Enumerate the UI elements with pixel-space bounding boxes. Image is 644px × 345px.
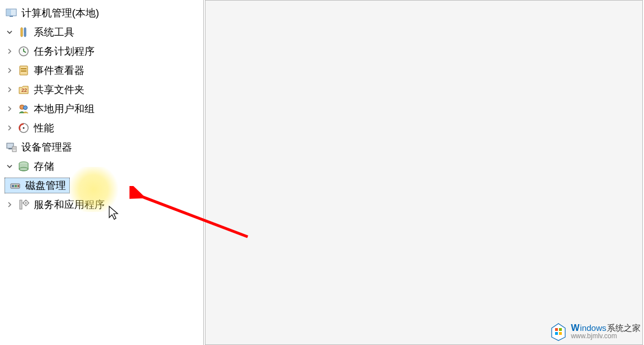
- tree-item-services[interactable]: 服务和应用程序: [0, 195, 203, 214]
- tree-item-local-users[interactable]: 本地用户和组: [0, 99, 203, 118]
- tree-item-shared-folders[interactable]: 22 共享文件夹: [0, 80, 203, 99]
- watermark: Windows 系统之家 www.bjmlv.com: [548, 321, 641, 342]
- tree-item-performance[interactable]: 性能: [0, 118, 203, 138]
- watermark-brand-rest: indows: [580, 324, 606, 333]
- tree-label: 共享文件夹: [34, 83, 84, 96]
- computer-management-icon: [5, 6, 18, 20]
- users-icon: [17, 102, 30, 116]
- device-manager-icon: [5, 140, 18, 154]
- performance-icon: [17, 121, 30, 135]
- tree-label: 性能: [34, 121, 54, 135]
- svg-rect-30: [555, 328, 558, 331]
- tree-label: 服务和应用程序: [34, 198, 105, 211]
- system-tools-icon: [17, 25, 30, 39]
- svg-rect-32: [555, 332, 558, 335]
- svg-rect-5: [24, 28, 26, 37]
- tree-item-storage[interactable]: 存储: [0, 157, 203, 176]
- svg-rect-26: [20, 200, 22, 209]
- tree-item-device-manager[interactable]: 设备管理器: [0, 138, 203, 157]
- expander-expand-icon[interactable]: [5, 65, 15, 76]
- svg-point-12: [24, 106, 28, 110]
- svg-text:22: 22: [21, 87, 27, 93]
- expander-expand-icon[interactable]: [5, 104, 15, 114]
- tree-panel: 计算机管理(本地) 系统工具: [0, 0, 204, 345]
- tree-label: 存储: [34, 160, 54, 173]
- tree-label: 系统工具: [34, 25, 74, 39]
- expander-expand-icon[interactable]: [5, 46, 15, 56]
- watermark-brand-w: W: [571, 323, 579, 333]
- svg-rect-1: [7, 10, 11, 15]
- expander-expand-icon[interactable]: [5, 85, 15, 95]
- tree-item-computer-management[interactable]: 计算机管理(本地): [0, 3, 203, 23]
- svg-rect-23: [12, 185, 14, 187]
- svg-rect-18: [13, 148, 16, 148]
- tree-item-system-tools[interactable]: 系统工具: [0, 23, 203, 42]
- clock-icon: [17, 45, 30, 58]
- svg-point-28: [25, 202, 27, 204]
- event-viewer-icon: [17, 64, 30, 77]
- services-icon: [17, 198, 30, 211]
- tree-label: 本地用户和组: [34, 102, 95, 116]
- tree-item-disk-management[interactable]: 磁盘管理: [0, 176, 203, 195]
- tree-label: 计算机管理(本地): [21, 6, 99, 20]
- tree-root: 计算机管理(本地) 系统工具: [0, 3, 203, 214]
- watermark-logo-icon: [548, 321, 569, 342]
- tree-label: 事件查看器: [34, 64, 84, 77]
- svg-rect-33: [559, 332, 562, 335]
- svg-rect-25: [17, 185, 19, 187]
- expander-collapse-icon[interactable]: [5, 27, 15, 37]
- svg-rect-2: [12, 10, 16, 15]
- watermark-brand-cn: 系统之家: [607, 324, 641, 333]
- svg-rect-16: [8, 148, 12, 149]
- tree-label: 任务计划程序: [34, 45, 95, 58]
- svg-rect-3: [10, 16, 13, 17]
- tree-item-task-scheduler[interactable]: 任务计划程序: [0, 42, 203, 61]
- storage-icon: [17, 160, 30, 173]
- content-panel: [205, 0, 643, 345]
- svg-rect-31: [559, 328, 562, 331]
- svg-rect-19: [13, 149, 16, 149]
- svg-rect-8: [21, 68, 26, 69]
- svg-rect-4: [21, 28, 23, 37]
- tree-label: 磁盘管理: [25, 179, 66, 192]
- tree-label: 设备管理器: [21, 140, 72, 154]
- disk-management-icon: [8, 179, 22, 192]
- svg-rect-24: [15, 185, 17, 187]
- shared-folder-icon: 22: [17, 83, 30, 96]
- watermark-url: www.bjmlv.com: [571, 333, 641, 340]
- expander-collapse-icon[interactable]: [5, 161, 15, 171]
- svg-rect-9: [21, 70, 26, 72]
- tree-item-event-viewer[interactable]: 事件查看器: [0, 61, 203, 80]
- expander-expand-icon[interactable]: [5, 123, 15, 133]
- expander-expand-icon[interactable]: [5, 200, 15, 210]
- svg-point-14: [23, 127, 25, 129]
